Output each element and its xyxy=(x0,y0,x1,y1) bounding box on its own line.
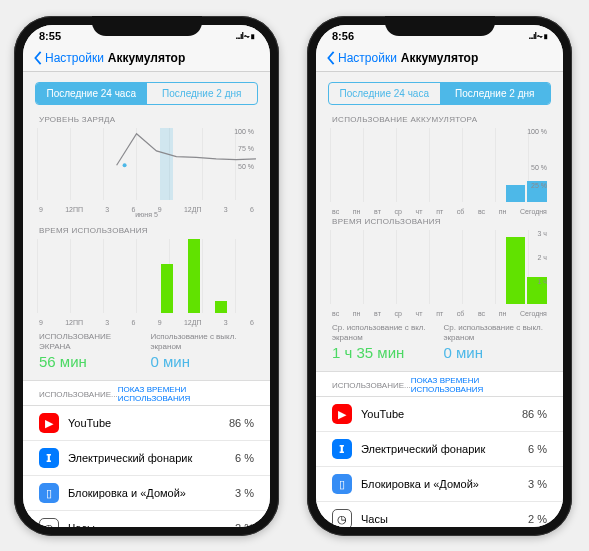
screen: 8:56 ...ıl ⏦ ▮ Настройки Аккумулятор Пос… xyxy=(316,25,563,527)
chevron-left-icon xyxy=(33,51,43,65)
charge-section-header: УРОВЕНЬ ЗАРЯДА xyxy=(23,113,270,126)
phone-mockup: 8:56 ...ıl ⏦ ▮ Настройки Аккумулятор Пос… xyxy=(307,16,572,536)
status-time: 8:55 xyxy=(39,30,61,42)
device-notch xyxy=(92,16,202,36)
stat-value: 0 мин xyxy=(444,344,548,361)
app-name: Электрический фонарик xyxy=(361,443,528,455)
youtube-icon: ▶ xyxy=(332,404,352,424)
app-row[interactable]: 𝗜 Электрический фонарик 6 % xyxy=(23,441,270,476)
seg-1[interactable]: Последние 2 дня xyxy=(147,83,258,104)
app-percent: 86 % xyxy=(522,408,547,420)
phone-mockup: 8:55 ...ıl ⏦ ▮ Настройки Аккумулятор Пос… xyxy=(14,16,279,536)
nav-bar: Настройки Аккумулятор xyxy=(23,45,270,72)
app-row[interactable]: ▶ YouTube 86 % xyxy=(23,406,270,441)
chart-x-axis: вспнвтсрчтптсбвспнСегодня xyxy=(316,310,563,317)
seg-1[interactable]: Последние 2 дня xyxy=(440,83,551,104)
app-row[interactable]: ▯ Блокировка и «Домой» 3 % xyxy=(23,476,270,511)
nav-bar: Настройки Аккумулятор xyxy=(316,45,563,72)
svg-point-0 xyxy=(123,163,127,167)
back-button[interactable]: Настройки xyxy=(326,51,397,65)
show-usage-time-button[interactable]: ПОКАЗ ВРЕМЕНИ ИСПОЛЬЗОВАНИЯ xyxy=(118,385,254,403)
usage-section-header: ВРЕМЯ ИСПОЛЬЗОВАНИЯ xyxy=(316,215,563,228)
seg-0[interactable]: Последние 24 часа xyxy=(36,83,147,104)
stat-value: 56 мин xyxy=(39,353,143,370)
screen: 8:55 ...ıl ⏦ ▮ Настройки Аккумулятор Пос… xyxy=(23,25,270,527)
usage-time-chart xyxy=(37,239,256,313)
app-name: Часы xyxy=(361,513,528,525)
page-title: Аккумулятор xyxy=(401,51,478,65)
app-row[interactable]: ◷ Часы 2 % xyxy=(316,502,563,527)
charge-section-header: ИСПОЛЬЗОВАНИЕ АККУМУЛЯТОРА xyxy=(316,113,563,126)
chevron-left-icon xyxy=(326,51,336,65)
stats-row: ИСПОЛЬЗОВАНИЕ ЭКРАНА 56 мин Использовани… xyxy=(23,326,270,376)
app-name: YouTube xyxy=(361,408,522,420)
home-icon: ▯ xyxy=(39,483,59,503)
list-header-left: ИСПОЛЬЗОВАНИЕ... xyxy=(332,381,411,390)
show-usage-time-button[interactable]: ПОКАЗ ВРЕМЕНИ ИСПОЛЬЗОВАНИЯ xyxy=(411,376,547,394)
list-header-left: ИСПОЛЬЗОВАНИЕ... xyxy=(39,390,118,399)
status-indicators: ...ıl ⏦ ▮ xyxy=(235,31,254,41)
app-row[interactable]: ▶ YouTube 86 % xyxy=(316,397,563,432)
back-label: Настройки xyxy=(338,51,397,65)
app-percent: 2 % xyxy=(235,522,254,527)
stat-0: ИСПОЛЬЗОВАНИЕ ЭКРАНА 56 мин xyxy=(39,332,143,370)
app-percent: 2 % xyxy=(528,513,547,525)
segmented-control: Последние 24 часаПоследние 2 дня xyxy=(328,82,551,105)
app-name: Часы xyxy=(68,522,235,527)
stat-value: 0 мин xyxy=(151,353,255,370)
stat-1: Использование с выкл. экраном 0 мин xyxy=(151,332,255,370)
back-label: Настройки xyxy=(45,51,104,65)
status-indicators: ...ıl ⏦ ▮ xyxy=(528,31,547,41)
app-percent: 86 % xyxy=(229,417,254,429)
back-button[interactable]: Настройки xyxy=(33,51,104,65)
flash-icon: 𝗜 xyxy=(39,448,59,468)
app-list-header: ИСПОЛЬЗОВАНИЕ... ПОКАЗ ВРЕМЕНИ ИСПОЛЬЗОВ… xyxy=(316,371,563,397)
app-row[interactable]: ▯ Блокировка и «Домой» 3 % xyxy=(316,467,563,502)
stat-label: Ср. использование с выкл. экраном xyxy=(444,323,548,342)
app-percent: 3 % xyxy=(235,487,254,499)
clock-icon: ◷ xyxy=(332,509,352,527)
usage-section-header: ВРЕМЯ ИСПОЛЬЗОВАНИЯ xyxy=(23,224,270,237)
charge-level-chart: 100 % 75 % 50 % xyxy=(37,128,256,200)
device-notch xyxy=(385,16,495,36)
app-percent: 6 % xyxy=(528,443,547,455)
home-icon: ▯ xyxy=(332,474,352,494)
page-title: Аккумулятор xyxy=(108,51,185,65)
app-name: Блокировка и «Домой» xyxy=(361,478,528,490)
chart-x-axis: вспнвтсрчтптсбвспнСегодня xyxy=(316,208,563,215)
stat-label: Использование с выкл. экраном xyxy=(151,332,255,351)
app-row[interactable]: ◷ Часы 2 % xyxy=(23,511,270,527)
youtube-icon: ▶ xyxy=(39,413,59,433)
app-percent: 3 % xyxy=(528,478,547,490)
app-name: Электрический фонарик xyxy=(68,452,235,464)
app-percent: 6 % xyxy=(235,452,254,464)
chart-date-label: июня 5 xyxy=(23,211,270,218)
app-list-header: ИСПОЛЬЗОВАНИЕ... ПОКАЗ ВРЕМЕНИ ИСПОЛЬЗОВ… xyxy=(23,380,270,406)
segmented-control: Последние 24 часаПоследние 2 дня xyxy=(35,82,258,105)
seg-0[interactable]: Последние 24 часа xyxy=(329,83,440,104)
stats-row: Ср. использование с вкл. экраном 1 ч 35 … xyxy=(316,317,563,367)
stat-label: ИСПОЛЬЗОВАНИЕ ЭКРАНА xyxy=(39,332,143,351)
stat-label: Ср. использование с вкл. экраном xyxy=(332,323,436,342)
app-row[interactable]: 𝗜 Электрический фонарик 6 % xyxy=(316,432,563,467)
status-time: 8:56 xyxy=(332,30,354,42)
stat-value: 1 ч 35 мин xyxy=(332,344,436,361)
usage-time-chart: 3 ч 2 ч 1 ч xyxy=(330,230,549,304)
stat-0: Ср. использование с вкл. экраном 1 ч 35 … xyxy=(332,323,436,361)
chart-x-axis: 912ПП36912ДП36 xyxy=(23,319,270,326)
app-name: YouTube xyxy=(68,417,229,429)
clock-icon: ◷ xyxy=(39,518,59,527)
app-name: Блокировка и «Домой» xyxy=(68,487,235,499)
flash-icon: 𝗜 xyxy=(332,439,352,459)
stat-1: Ср. использование с выкл. экраном 0 мин xyxy=(444,323,548,361)
battery-usage-chart: 100 % 50 % 25 % xyxy=(330,128,549,202)
